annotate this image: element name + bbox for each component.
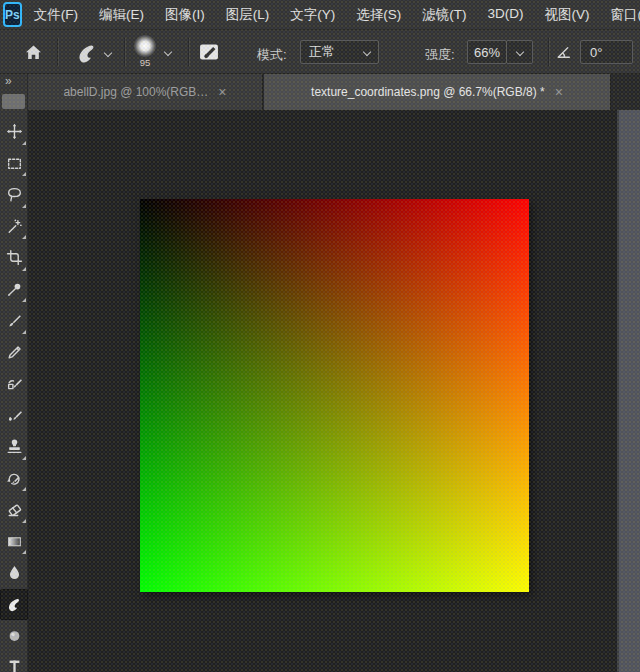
- tool-pencil[interactable]: [0, 337, 28, 369]
- clone-stamp-tool-icon: [6, 438, 23, 455]
- menu-window[interactable]: 窗口(W): [610, 6, 640, 24]
- menu-items: 文件(F) 编辑(E) 图像(I) 图层(L) 文字(Y) 选择(S) 滤镜(T…: [34, 6, 640, 24]
- move-tool-icon: [6, 123, 23, 140]
- tool-eraser[interactable]: [0, 494, 28, 526]
- blur-tool-icon: [6, 564, 23, 581]
- chevron-down-icon: [104, 48, 112, 56]
- soft-brush-preview-icon: [134, 35, 156, 57]
- lasso-tool-icon: [6, 186, 23, 203]
- document-tab-bar: abellD.jpg @ 100%(RGB… × texture_coordin…: [28, 74, 640, 110]
- brush-preset-picker[interactable]: 95: [134, 35, 156, 68]
- strength-value: 66%: [474, 45, 500, 60]
- chevron-down-icon: [164, 48, 172, 56]
- tool-blur[interactable]: [0, 557, 28, 589]
- strength-slider-button[interactable]: [506, 40, 533, 64]
- menu-filter[interactable]: 滤镜(T): [422, 6, 466, 24]
- tab-title: abellD.jpg @ 100%(RGB…: [63, 85, 208, 99]
- tool-mixer-brush[interactable]: [0, 400, 28, 432]
- brush-picker-chevron[interactable]: [165, 49, 171, 55]
- tool-color-replacement[interactable]: [0, 368, 28, 400]
- home-button[interactable]: [24, 43, 43, 62]
- tool-preset-picker[interactable]: [74, 40, 111, 65]
- tool-type[interactable]: [0, 652, 28, 672]
- mixer-brush-tool-icon: [6, 407, 23, 424]
- menu-type[interactable]: 文字(Y): [290, 6, 335, 24]
- magic-wand-tool-icon: [6, 218, 23, 235]
- tool-history-brush[interactable]: [0, 463, 28, 495]
- tools-list: [0, 116, 27, 672]
- menu-image[interactable]: 图像(I): [165, 6, 205, 24]
- tool-eyedropper[interactable]: [0, 274, 28, 306]
- menu-bar: Ps 文件(F) 编辑(E) 图像(I) 图层(L) 文字(Y) 选择(S) 滤…: [0, 0, 640, 30]
- brush-settings-panel-toggle[interactable]: [198, 41, 220, 63]
- photoshop-logo: Ps: [3, 2, 22, 27]
- menu-edit[interactable]: 编辑(E): [99, 6, 144, 24]
- brush-panel-icon: [198, 41, 220, 63]
- eyedropper-tool-icon: [6, 281, 23, 298]
- tool-rectangular-marquee[interactable]: [0, 148, 28, 180]
- dodge-tool-icon: [6, 627, 23, 644]
- options-separator: [124, 38, 125, 66]
- chevron-down-icon: [515, 48, 523, 56]
- strength-label: 强度:: [425, 46, 455, 64]
- chevron-down-icon: [363, 48, 371, 56]
- angle-icon: [555, 44, 572, 61]
- tools-panel-expand-button[interactable]: »: [0, 74, 27, 90]
- tool-smudge[interactable]: [0, 589, 28, 621]
- angle-input[interactable]: 0°: [580, 40, 633, 64]
- options-separator: [57, 38, 58, 66]
- type-tool-icon: [6, 659, 23, 672]
- blend-mode-select[interactable]: 正常: [300, 40, 379, 64]
- blend-mode-value: 正常: [309, 43, 335, 61]
- strength-input[interactable]: 66%: [467, 40, 507, 64]
- brush-angle-control[interactable]: [555, 44, 572, 61]
- brush-tool-icon: [6, 312, 23, 329]
- texture-coordinates-image[interactable]: [140, 199, 529, 592]
- crop-tool-icon: [6, 249, 23, 266]
- canvas-pasteboard: [28, 110, 617, 672]
- eraser-tool-icon: [6, 501, 23, 518]
- tool-lasso[interactable]: [0, 179, 28, 211]
- smudge-tool-icon: [74, 40, 99, 65]
- menu-3d[interactable]: 3D(D): [487, 6, 523, 24]
- photoshop-window: Ps 文件(F) 编辑(E) 图像(I) 图层(L) 文字(Y) 选择(S) 滤…: [0, 0, 640, 672]
- brush-size-value: 95: [140, 57, 151, 68]
- tool-gradient[interactable]: [0, 526, 28, 558]
- menu-file[interactable]: 文件(F): [34, 6, 78, 24]
- tool-magic-wand[interactable]: [0, 211, 28, 243]
- tool-options-bar: 95 模式: 正常 强度: 66%: [0, 30, 640, 74]
- pencil-tool-icon: [6, 344, 23, 361]
- color-replacement-tool-icon: [6, 375, 23, 392]
- menu-layer[interactable]: 图层(L): [226, 6, 270, 24]
- tool-brush[interactable]: [0, 305, 28, 337]
- tool-dodge[interactable]: [0, 620, 28, 652]
- close-icon[interactable]: ×: [555, 85, 563, 99]
- tool-move[interactable]: [0, 116, 28, 148]
- options-separator: [548, 38, 549, 66]
- tab-title: texture_coordinates.png @ 66.7%(RGB/8) *: [311, 85, 545, 99]
- menu-view[interactable]: 视图(V): [544, 6, 589, 24]
- tool-crop[interactable]: [0, 242, 28, 274]
- gradient-tool-icon: [6, 533, 23, 550]
- tools-panel-grip[interactable]: [2, 94, 25, 109]
- angle-value: 0°: [590, 45, 602, 60]
- tab-texture-coordinates-png[interactable]: texture_coordinates.png @ 66.7%(RGB/8) *…: [264, 74, 611, 110]
- tools-panel: »: [0, 74, 28, 672]
- smudge-tool-icon: [5, 595, 23, 613]
- close-icon[interactable]: ×: [218, 85, 226, 99]
- home-icon: [24, 43, 43, 62]
- panel-dock-strip: [617, 110, 640, 672]
- tool-clone-stamp[interactable]: [0, 431, 28, 463]
- menu-select[interactable]: 选择(S): [356, 6, 401, 24]
- history-brush-tool-icon: [6, 470, 23, 487]
- marquee-tool-icon: [6, 155, 23, 172]
- mode-label: 模式:: [257, 46, 287, 64]
- tab-abelld-jpg[interactable]: abellD.jpg @ 100%(RGB… ×: [28, 74, 263, 110]
- options-separator: [188, 38, 189, 66]
